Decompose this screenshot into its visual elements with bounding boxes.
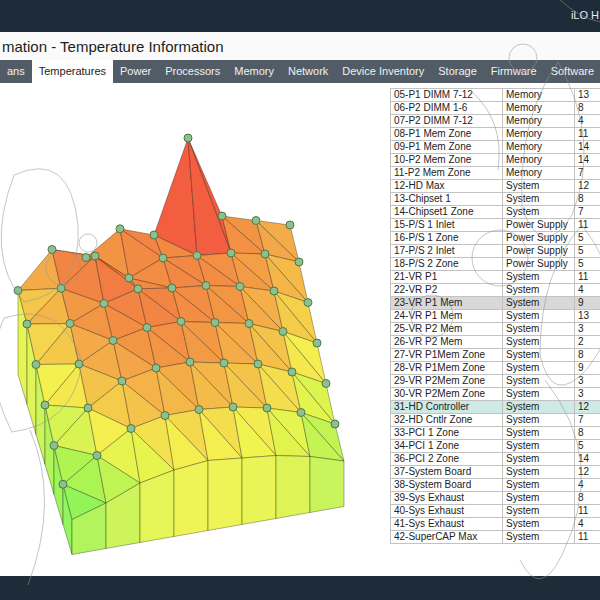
table-row[interactable]: 18-P/S 2 ZonePower Supply5 <box>391 258 600 271</box>
sensor-point[interactable] <box>150 231 158 239</box>
sensor-name-cell: 32-HD Cntlr Zone <box>391 414 503 427</box>
sensor-point[interactable] <box>263 404 271 412</box>
table-row[interactable]: 12-HD MaxSystem12 <box>391 180 600 193</box>
table-row[interactable]: 21-VR P1System11 <box>391 271 600 284</box>
sensor-point[interactable] <box>82 254 90 262</box>
tab-network[interactable]: Network <box>281 60 335 83</box>
table-row[interactable]: 39-Sys ExhaustSystem8 <box>391 492 600 505</box>
table-row[interactable]: 22-VR P2System4 <box>391 284 600 297</box>
table-row[interactable]: 28-VR P1Mem ZoneSystem9 <box>391 362 600 375</box>
sensor-point[interactable] <box>48 246 56 254</box>
tab-software[interactable]: Software <box>544 60 600 83</box>
sensor-point[interactable] <box>23 320 31 328</box>
sensor-point[interactable] <box>220 359 228 367</box>
tab-storage[interactable]: Storage <box>431 60 484 83</box>
sensor-point[interactable] <box>168 284 176 292</box>
table-row[interactable]: 10-P2 Mem ZoneMemory14 <box>391 154 600 167</box>
table-row[interactable]: 23-VR P1 MemSystem9 <box>391 297 600 310</box>
table-row[interactable]: 06-P2 DIMM 1-6Memory8 <box>391 102 600 115</box>
table-row[interactable]: 30-VR P2Mem ZoneSystem3 <box>391 388 600 401</box>
table-row[interactable]: 09-P1 Mem ZoneMemory14 <box>391 141 600 154</box>
sensor-point[interactable] <box>14 287 22 295</box>
sensor-point[interactable] <box>134 285 142 293</box>
table-row[interactable]: 27-VR P1Mem ZoneSystem8 <box>391 349 600 362</box>
sensor-point[interactable] <box>304 299 312 307</box>
tab-temperatures[interactable]: Temperatures <box>32 60 113 83</box>
table-row[interactable]: 24-VR P1 MemSystem13 <box>391 310 600 323</box>
table-row[interactable]: 41-Sys ExhaustSystem4 <box>391 518 600 531</box>
sensor-point[interactable] <box>252 217 260 225</box>
sensor-point[interactable] <box>127 425 135 433</box>
sensor-point[interactable] <box>41 401 49 409</box>
sensor-point[interactable] <box>227 249 235 257</box>
sensor-point[interactable] <box>218 212 226 220</box>
table-row[interactable]: 17-P/S 2 InletPower Supply5 <box>391 245 600 258</box>
table-row[interactable]: 36-PCI 2 ZoneSystem14 <box>391 453 600 466</box>
sensor-point[interactable] <box>229 403 237 411</box>
sensor-point[interactable] <box>143 324 151 332</box>
sensor-point[interactable] <box>125 274 133 282</box>
sensor-point[interactable] <box>236 283 244 291</box>
sensor-point[interactable] <box>295 258 303 266</box>
table-row[interactable]: 13-Chipset 1System8 <box>391 193 600 206</box>
sensor-point[interactable] <box>109 337 117 345</box>
tab-ans[interactable]: ans <box>0 60 32 83</box>
table-row[interactable]: 14-Chipset1 ZoneSystem7 <box>391 206 600 219</box>
table-row[interactable]: 33-PCI 1 ZoneSystem8 <box>391 427 600 440</box>
sensor-point[interactable] <box>152 364 160 372</box>
sensor-point[interactable] <box>75 360 83 368</box>
table-row[interactable]: 05-P1 DIMM 7-12Memory13 <box>391 89 600 102</box>
sensor-point[interactable] <box>93 452 101 460</box>
sensor-point[interactable] <box>50 442 58 450</box>
sensor-point[interactable] <box>202 282 210 290</box>
table-row[interactable]: 16-P/S 1 ZonePower Supply5 <box>391 232 600 245</box>
sensor-point[interactable] <box>297 409 305 417</box>
table-row[interactable]: 26-VR P2 MemSystem2 <box>391 336 600 349</box>
sensor-point[interactable] <box>286 221 294 229</box>
sensor-point[interactable] <box>279 328 287 336</box>
table-row[interactable]: 31-HD ControllerSystem12 <box>391 401 600 414</box>
sensor-point[interactable] <box>322 380 330 388</box>
sensor-point[interactable] <box>66 320 74 328</box>
sensor-point[interactable] <box>91 252 99 260</box>
sensor-point[interactable] <box>270 287 278 295</box>
sensor-point[interactable] <box>100 300 108 308</box>
sensor-point[interactable] <box>186 358 194 366</box>
sensor-point[interactable] <box>313 339 321 347</box>
table-row[interactable]: 34-PCI 1 ZoneSystem5 <box>391 440 600 453</box>
tab-device-inventory[interactable]: Device Inventory <box>335 60 431 83</box>
tab-processors[interactable]: Processors <box>158 60 227 83</box>
table-row[interactable]: 07-P2 DIMM 7-12Memory4 <box>391 115 600 128</box>
sensor-point[interactable] <box>32 361 40 369</box>
table-row[interactable]: 40-Sys ExhaustSystem11 <box>391 505 600 518</box>
sensor-point[interactable] <box>118 377 126 385</box>
sensor-point[interactable] <box>161 412 169 420</box>
table-row[interactable]: 29-VR P2Mem ZoneSystem3 <box>391 375 600 388</box>
sensor-point[interactable] <box>261 250 269 258</box>
tab-memory[interactable]: Memory <box>227 60 281 83</box>
table-row[interactable]: 25-VR P2 MemSystem3 <box>391 323 600 336</box>
table-row[interactable]: 37-System BoardSystem12 <box>391 466 600 479</box>
sensor-point[interactable] <box>193 252 201 260</box>
tab-power[interactable]: Power <box>113 60 158 83</box>
sensor-point[interactable] <box>177 318 185 326</box>
table-row[interactable]: 42-SuperCAP MaxSystem11 <box>391 531 600 544</box>
tab-firmware[interactable]: Firmware <box>484 60 544 83</box>
sensor-point[interactable] <box>195 406 203 414</box>
table-row[interactable]: 08-P1 Mem ZoneMemory11 <box>391 128 600 141</box>
table-row[interactable]: 38-System BoardSystem4 <box>391 479 600 492</box>
sensor-point[interactable] <box>159 254 167 262</box>
sensor-point[interactable] <box>57 284 65 292</box>
sensor-point[interactable] <box>184 134 192 142</box>
sensor-point[interactable] <box>254 360 262 368</box>
sensor-point[interactable] <box>331 420 339 428</box>
table-row[interactable]: 15-P/S 1 InletPower Supply11 <box>391 219 600 232</box>
sensor-point[interactable] <box>211 319 219 327</box>
sensor-point[interactable] <box>245 320 253 328</box>
sensor-point[interactable] <box>84 404 92 412</box>
table-row[interactable]: 32-HD Cntlr ZoneSystem7 <box>391 414 600 427</box>
sensor-point[interactable] <box>288 368 296 376</box>
sensor-point[interactable] <box>116 225 124 233</box>
sensor-point[interactable] <box>59 480 67 488</box>
table-row[interactable]: 11-P2 Mem ZoneMemory7 <box>391 167 600 180</box>
